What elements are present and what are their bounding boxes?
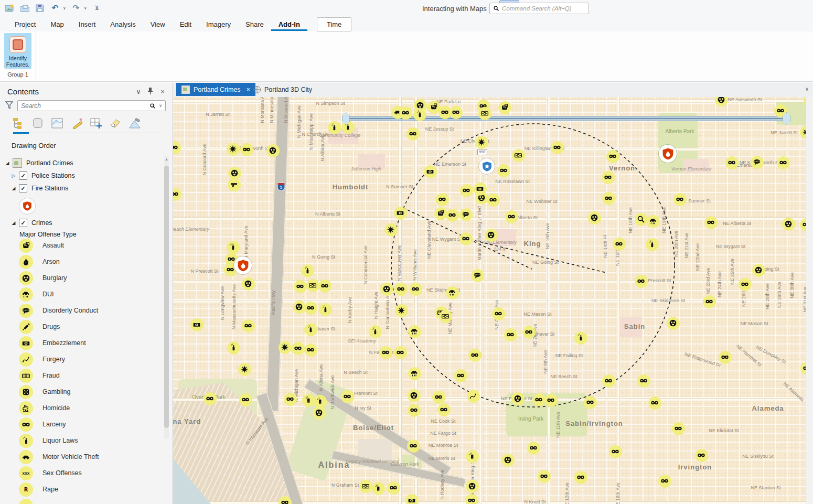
crime-marker-mask[interactable] [538,470,551,483]
crime-marker-mask[interactable] [341,390,354,403]
crime-marker-star[interactable] [279,341,292,354]
crime-marker-mask[interactable] [468,349,482,362]
crime-marker-bala[interactable] [588,211,601,224]
crime-marker-gun[interactable] [228,178,241,191]
view-tab-portland-crimes[interactable]: Portland Crimes × [176,83,255,96]
time-slider-track[interactable] [346,116,785,121]
legend-item[interactable]: Forgery [19,352,65,367]
crime-marker-fist[interactable] [498,101,511,114]
crime-marker-star[interactable] [238,363,251,376]
layer-portland-crimes[interactable]: ◢ Portland Crimes [4,157,73,169]
legend-item[interactable]: Motor Vehicle Theft [19,449,99,464]
crime-marker-star[interactable] [384,223,398,237]
crime-marker-mag[interactable] [635,213,648,226]
crime-marker-fraud[interactable] [439,310,452,323]
crime-marker-fraud[interactable] [478,107,491,120]
crime-marker-bubble[interactable] [459,208,473,221]
undo-dropdown-icon[interactable]: ∨ [63,6,66,10]
crime-marker-mask[interactable] [406,127,420,141]
crime-marker-mask[interactable] [504,328,517,341]
tab-time-contextual[interactable]: Time [317,17,351,31]
contents-search-input[interactable]: Search ∨ [17,100,166,111]
legend-item[interactable]: Sex Offenses [19,466,82,480]
crime-marker-mask[interactable] [284,393,297,406]
crime-marker-phone[interactable] [372,482,385,495]
legend-item[interactable]: Arson [19,254,60,269]
scrollbar-thumb[interactable] [164,166,169,428]
legend-item[interactable]: Liquor Laws [19,433,78,448]
fire-station-symbol[interactable] [19,198,35,214]
fire-station-marker[interactable] [659,145,677,163]
list-by-drawing-order-icon[interactable] [12,116,25,130]
undo-icon[interactable]: ↶ [50,3,60,13]
collapse-icon[interactable]: ◢ [4,160,10,166]
crime-marker-bottle[interactable] [413,108,426,121]
crime-marker-bala[interactable] [313,406,326,420]
crime-marker-mask[interactable] [432,391,445,404]
legend-item[interactable] [19,498,42,504]
crime-marker-bottle[interactable] [304,323,317,336]
crime-marker-dui[interactable] [408,325,421,338]
crime-marker-bala[interactable] [782,218,795,231]
crime-marker-bala[interactable] [380,283,393,296]
tab-analysis[interactable]: Analysis [103,18,143,31]
crime-marker-mask[interactable] [407,439,420,453]
tab-project[interactable]: Project [7,18,43,31]
crime-marker-mask[interactable] [242,319,255,333]
crime-marker-bottle[interactable] [301,264,314,277]
crime-marker-bala[interactable] [501,454,515,467]
list-by-editing-icon[interactable] [70,116,83,130]
crimes-checkbox[interactable]: ✓ [19,219,27,227]
crime-marker-fraud[interactable] [359,480,372,493]
crime-marker-fist[interactable] [434,207,447,220]
map-right-gutter[interactable] [806,97,813,504]
crime-marker-mask[interactable] [240,143,253,156]
crime-marker-phone[interactable] [302,394,315,407]
view-tab-portland-3d-city[interactable]: Portland 3D City [248,83,317,96]
list-by-selection-icon[interactable] [50,116,64,130]
crime-marker-dui[interactable] [647,215,660,228]
list-by-perspective-icon[interactable] [128,116,142,130]
crime-marker-mask[interactable] [505,210,518,223]
tab-edit[interactable]: Edit [173,18,199,31]
crime-marker-mask[interactable] [492,307,505,320]
crime-marker-mask[interactable] [459,232,473,245]
expand-icon[interactable]: ▷ [10,173,17,178]
crime-marker-fraud[interactable] [512,149,525,162]
crime-marker-dui[interactable] [408,367,421,380]
crime-marker-mask[interactable] [394,346,407,359]
crime-marker-mask[interactable] [584,396,597,409]
crime-marker-mask[interactable] [719,351,732,364]
crime-marker-bottle[interactable] [574,331,587,345]
crime-marker-emb[interactable] [394,207,407,220]
crime-marker-fraud[interactable] [306,279,319,292]
crime-marker-bala[interactable] [667,317,680,330]
fire-station-marker[interactable] [234,256,252,274]
map-canvas[interactable]: 5 99E N Simpson StNE Park LnNE Jessup St… [173,97,806,504]
crime-marker-bala[interactable] [485,229,498,242]
legend-item[interactable]: Fraud [19,368,60,383]
legend-item[interactable]: Gambling [19,384,71,399]
save-project-icon[interactable] [35,3,45,13]
crime-marker-mask[interactable] [609,445,622,458]
crime-marker-mask[interactable] [294,280,307,293]
new-project-icon[interactable] [4,3,15,13]
crime-marker-mask[interactable] [304,344,317,357]
legend-item[interactable]: Larceny [19,417,66,432]
tab-view[interactable]: View [143,18,173,31]
crime-marker-mask[interactable] [532,393,545,406]
crime-marker-mask[interactable] [673,193,687,206]
crime-marker-star[interactable] [395,304,408,317]
tab-map[interactable]: Map [43,18,71,31]
crime-marker-mask[interactable] [703,295,716,308]
command-search-input[interactable]: Command Search (Alt+Q) [489,3,589,14]
crime-marker-phone[interactable] [466,450,479,463]
crime-marker-bala[interactable] [466,480,479,493]
crime-marker-mask[interactable] [204,392,217,405]
legend-item[interactable]: Rape [19,482,58,497]
legend-item[interactable]: Assault [19,238,64,253]
redo-icon[interactable]: ↷ [71,3,81,13]
crime-marker-bottle[interactable] [646,238,659,251]
scroll-up-icon[interactable]: ▲ [164,157,169,161]
pane-close-icon[interactable]: × [158,88,167,95]
